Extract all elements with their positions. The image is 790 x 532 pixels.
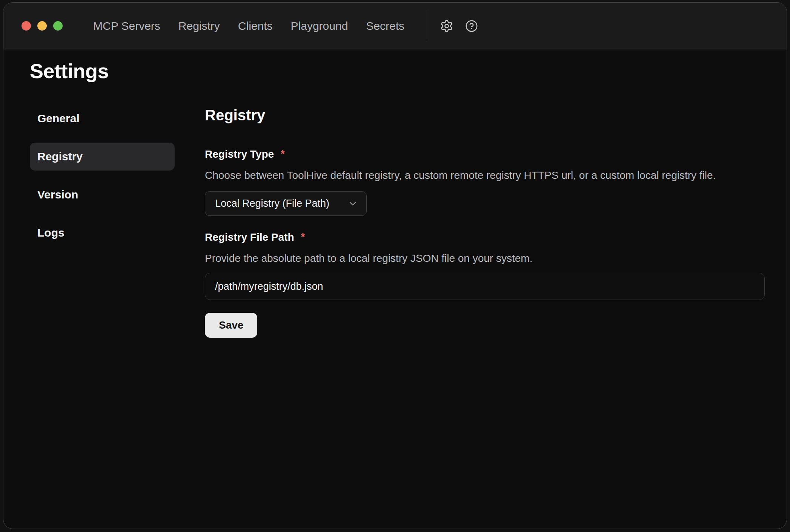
titlebar-divider — [426, 12, 426, 40]
sidebar-item-label: Registry — [37, 150, 83, 163]
close-window-button[interactable] — [22, 21, 31, 31]
registry-type-selected-value: Local Registry (File Path) — [215, 198, 329, 209]
app-window: MCP Servers Registry Clients Playground … — [3, 2, 787, 529]
nav-item-mcp-servers[interactable]: MCP Servers — [93, 20, 160, 32]
window-controls — [22, 21, 63, 31]
registry-file-path-input[interactable] — [205, 273, 765, 300]
registry-settings-panel: Registry Registry Type * Choose between … — [205, 105, 765, 338]
sidebar-item-label: Version — [37, 188, 78, 201]
sidebar-item-logs[interactable]: Logs — [30, 219, 175, 247]
nav-item-secrets[interactable]: Secrets — [366, 20, 404, 32]
nav-item-clients[interactable]: Clients — [238, 20, 273, 32]
sidebar-item-version[interactable]: Version — [30, 181, 175, 209]
registry-type-description: Choose between ToolHive default registry… — [205, 169, 765, 182]
minimize-window-button[interactable] — [37, 21, 47, 31]
settings-page: Settings General Registry Version Logs R… — [3, 49, 787, 529]
save-button[interactable]: Save — [205, 313, 257, 338]
help-icon[interactable] — [465, 20, 478, 32]
registry-file-path-label: Registry File Path * — [205, 231, 765, 244]
page-title: Settings — [30, 59, 765, 83]
nav-item-registry[interactable]: Registry — [178, 20, 220, 32]
zoom-window-button[interactable] — [53, 21, 63, 31]
required-asterisk: * — [281, 148, 285, 160]
sidebar-item-label: Logs — [37, 226, 65, 239]
sidebar-item-general[interactable]: General — [30, 105, 175, 132]
registry-type-label: Registry Type * — [205, 148, 765, 161]
registry-type-select[interactable]: Local Registry (File Path) — [205, 191, 367, 216]
settings-sidebar: General Registry Version Logs — [30, 105, 175, 257]
gear-icon[interactable] — [440, 19, 453, 33]
chevron-down-icon — [347, 198, 358, 209]
top-nav: MCP Servers Registry Clients Playground … — [93, 20, 404, 32]
title-bar: MCP Servers Registry Clients Playground … — [3, 3, 787, 49]
section-heading: Registry — [205, 107, 765, 124]
sidebar-item-registry[interactable]: Registry — [30, 143, 175, 171]
sidebar-item-label: General — [37, 112, 80, 125]
required-asterisk: * — [301, 231, 305, 243]
registry-file-path-description: Provide the absolute path to a local reg… — [205, 252, 765, 265]
nav-item-playground[interactable]: Playground — [291, 20, 348, 32]
